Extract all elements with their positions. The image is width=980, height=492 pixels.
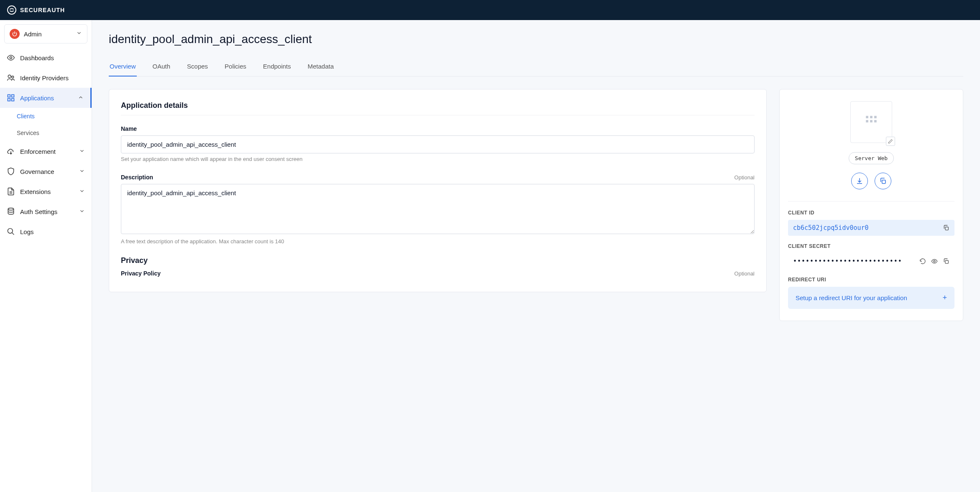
chevron-down-icon: [79, 148, 85, 155]
database-icon: [7, 207, 15, 216]
app-header: SECUREAUTH: [0, 0, 980, 20]
svg-rect-13: [866, 120, 868, 122]
svg-point-8: [8, 208, 13, 210]
tab-metadata[interactable]: Metadata: [307, 59, 335, 76]
app-type-tag: Server Web: [849, 152, 894, 164]
search-icon: [7, 227, 15, 236]
client-info-card: Server Web CLIENT ID cb6c502jcpq5idv0our…: [779, 89, 963, 321]
client-id-value: cb6c502jcpq5idv0our0: [793, 224, 869, 232]
copy-client-id-button[interactable]: [943, 224, 949, 231]
tabs: Overview OAuth Scopes Policies Endpoints…: [109, 59, 963, 76]
pencil-icon: [888, 139, 893, 144]
redirect-setup-text: Setup a redirect URI for your applicatio…: [796, 294, 907, 301]
sidebar-item-applications[interactable]: Applications: [0, 88, 92, 108]
main-content: identity_pool_admin_api_access_client Ov…: [92, 20, 980, 492]
svg-point-9: [8, 229, 13, 234]
svg-rect-14: [870, 120, 873, 122]
sidebar-item-dashboards[interactable]: Dashboards: [0, 48, 92, 68]
sidebar-item-identity-providers[interactable]: Identity Providers: [0, 68, 92, 88]
svg-rect-11: [870, 116, 873, 118]
reveal-secret-button[interactable]: [931, 258, 938, 265]
sidebar-item-label: Identity Providers: [20, 74, 85, 82]
sidebar-item-label: Governance: [20, 168, 74, 175]
svg-rect-12: [874, 116, 877, 118]
chevron-down-icon: [79, 168, 85, 175]
sidebar-item-auth-settings[interactable]: Auth Settings: [0, 201, 92, 222]
sidebar-item-label: Applications: [20, 94, 73, 102]
description-optional: Optional: [734, 174, 755, 181]
brand-text: SECUREAUTH: [20, 7, 65, 13]
privacy-policy-label: Privacy Policy: [121, 270, 161, 277]
shield-icon: [7, 167, 15, 176]
sidebar-subitem-clients[interactable]: Clients: [0, 108, 92, 125]
sidebar-item-extensions[interactable]: Extensions: [0, 181, 92, 201]
sidebar-item-label: Extensions: [20, 188, 74, 195]
client-secret-label: CLIENT SECRET: [788, 243, 954, 249]
tab-policies[interactable]: Policies: [224, 59, 247, 76]
divider: [788, 201, 954, 201]
client-secret-value: ••••••••••••••••••••••••••: [793, 257, 902, 265]
name-input[interactable]: [121, 135, 755, 153]
copy-secret-button[interactable]: [943, 258, 949, 265]
chevron-up-icon: [78, 94, 84, 102]
download-icon: [856, 177, 863, 185]
app-logo-tile: [850, 101, 892, 143]
client-id-label: CLIENT ID: [788, 210, 954, 216]
power-icon: [10, 29, 20, 39]
sidebar: Admin Dashboards Identity Providers Appl…: [0, 20, 92, 492]
chevron-down-icon: [79, 188, 85, 195]
svg-rect-5: [12, 95, 14, 97]
client-id-row: cb6c502jcpq5idv0our0: [788, 220, 954, 236]
description-help: A free text description of the applicati…: [121, 238, 755, 245]
section-title-app-details: Application details: [121, 101, 755, 115]
copy-icon: [879, 177, 887, 185]
tab-oauth[interactable]: OAuth: [152, 59, 171, 76]
cloud-icon: [7, 147, 15, 156]
sidebar-item-enforcement[interactable]: Enforcement: [0, 141, 92, 161]
setup-redirect-button[interactable]: Setup a redirect URI for your applicatio…: [788, 287, 954, 309]
copy-icon: [943, 258, 949, 265]
svg-point-18: [934, 260, 935, 262]
chevron-down-icon: [76, 30, 82, 38]
sidebar-item-governance[interactable]: Governance: [0, 161, 92, 181]
edit-logo-button[interactable]: [886, 137, 895, 146]
tab-endpoints[interactable]: Endpoints: [262, 59, 292, 76]
description-label: Description: [121, 174, 153, 181]
sidebar-item-label: Auth Settings: [20, 208, 74, 215]
svg-rect-4: [8, 95, 10, 97]
sidebar-item-label: Enforcement: [20, 148, 74, 155]
svg-rect-7: [12, 99, 14, 101]
admin-label: Admin: [24, 31, 72, 38]
svg-rect-17: [945, 227, 948, 230]
sidebar-item-label: Dashboards: [20, 54, 85, 61]
regenerate-secret-button[interactable]: [919, 258, 926, 265]
name-label: Name: [121, 125, 137, 132]
refresh-icon: [919, 258, 926, 265]
tab-scopes[interactable]: Scopes: [186, 59, 209, 76]
svg-point-3: [12, 76, 14, 78]
plus-icon: +: [942, 293, 947, 302]
tab-overview[interactable]: Overview: [109, 59, 137, 76]
brand-logo: SECUREAUTH: [7, 5, 65, 15]
download-button[interactable]: [851, 173, 868, 189]
brand-icon: [7, 5, 17, 15]
sidebar-subitem-services[interactable]: Services: [0, 125, 92, 141]
chevron-down-icon: [79, 208, 85, 215]
grid-icon: [7, 94, 15, 102]
sidebar-item-label: Logs: [20, 228, 85, 235]
sidebar-item-logs[interactable]: Logs: [0, 222, 92, 242]
svg-rect-19: [945, 260, 948, 263]
section-title-privacy: Privacy: [121, 256, 755, 265]
admin-workspace-select[interactable]: Admin: [4, 24, 87, 43]
eye-icon: [7, 54, 15, 62]
description-input[interactable]: [121, 184, 755, 234]
svg-point-0: [8, 6, 16, 14]
name-help: Set your application name which will app…: [121, 156, 755, 162]
copy-button[interactable]: [875, 173, 891, 189]
app-grid-icon: [864, 114, 878, 130]
svg-rect-10: [866, 116, 868, 118]
copy-icon: [943, 224, 949, 231]
redirect-uri-label: REDIRECT URI: [788, 277, 954, 283]
svg-point-1: [10, 57, 12, 59]
svg-rect-6: [8, 99, 10, 101]
